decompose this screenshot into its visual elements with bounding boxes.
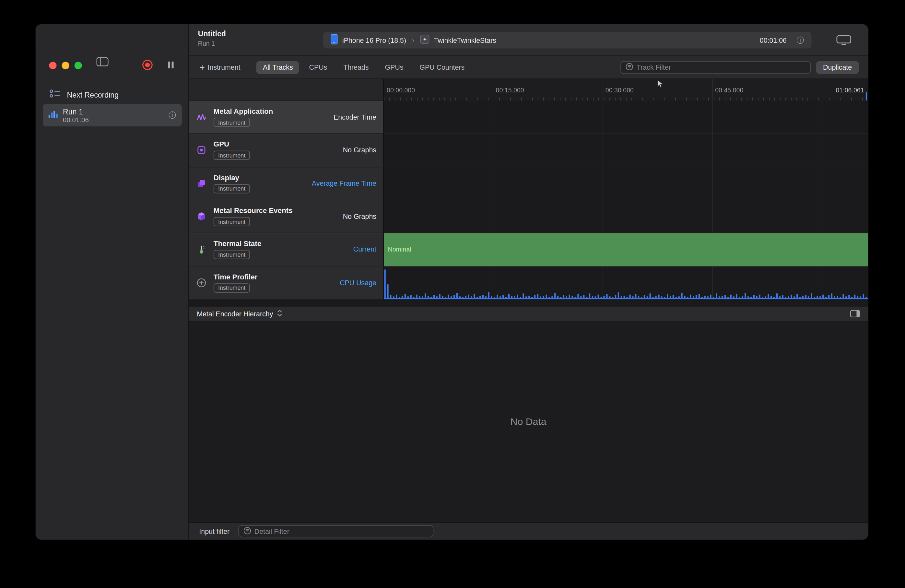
recording-info-icon[interactable]: ⓘ (796, 36, 804, 44)
track-row-time-profiler[interactable]: Time Profiler Instrument CPU Usage (189, 267, 868, 299)
detail-filter-input[interactable] (254, 528, 428, 536)
iphone-device-icon (330, 34, 337, 46)
track-row-metal-application[interactable]: Metal Application Instrument Encoder Tim… (189, 101, 868, 134)
ruler-label-4: 01:06.061 (836, 87, 864, 93)
toolbar: Untitled Run 1 iPhone 16 Pro (18.5) › ✦ … (189, 24, 868, 56)
track-title: Thermal State (214, 240, 261, 248)
document-title: Untitled (198, 30, 226, 38)
track-header[interactable]: Metal Resource Events Instrument No Grap… (189, 200, 384, 234)
filter-icon (243, 526, 251, 536)
tab-cpus[interactable]: CPUs (303, 61, 333, 73)
detail-filter-field[interactable] (238, 525, 433, 537)
ruler-corner (189, 79, 384, 101)
pause-button[interactable] (167, 61, 174, 69)
track-header[interactable]: Display Instrument Average Frame Time (189, 167, 384, 200)
track-row-metal-resource-events[interactable]: Metal Resource Events Instrument No Grap… (189, 200, 868, 234)
gpu-icon (196, 146, 206, 155)
track-filter-input[interactable] (637, 63, 806, 71)
track-row-thermal-state[interactable]: Thermal State Instrument Current Nominal (189, 234, 868, 267)
thermometer-icon (196, 245, 206, 254)
tab-gpus[interactable]: GPUs (379, 61, 410, 73)
track-row-display[interactable]: Display Instrument Average Frame Time (189, 167, 868, 200)
tab-all-tracks[interactable]: All Tracks (256, 61, 299, 73)
track-scope-tabs: All Tracks CPUs Threads GPUs GPU Counter… (256, 61, 471, 73)
next-recording-item[interactable]: Next Recording (49, 89, 119, 100)
next-recording-icon (49, 89, 60, 100)
cube-icon (196, 212, 206, 221)
run-title: Run 1 (63, 107, 89, 116)
toggle-sidebar-icon[interactable] (96, 57, 108, 66)
instrument-badge: Instrument (214, 283, 250, 292)
device-name: iPhone 16 Pro (18.5) (342, 36, 406, 44)
no-data-placeholder: No Data (511, 416, 546, 428)
track-lane-metal-application[interactable] (384, 101, 868, 134)
track-header[interactable]: Thermal State Instrument Current (189, 234, 384, 267)
track-lane-metal-resource-events[interactable] (384, 200, 868, 234)
playhead-marker[interactable] (865, 92, 867, 100)
run-chart-icon (49, 110, 58, 120)
track-lane-display[interactable] (384, 167, 868, 200)
track-row-gpu[interactable]: GPU Instrument No Graphs (189, 134, 868, 167)
run-duration: 00:01:06 (63, 116, 89, 123)
track-value-label[interactable]: No Graphs (343, 213, 376, 221)
ruler-label-2: 00:30.000 (605, 87, 634, 93)
track-title: Display (214, 174, 250, 182)
tab-threads[interactable]: Threads (337, 61, 375, 73)
thermal-state-bar[interactable]: Nominal (384, 234, 868, 266)
track-value-label[interactable]: No Graphs (343, 146, 376, 154)
track-lane-thermal-state[interactable]: Nominal (384, 234, 868, 267)
track-header[interactable]: GPU Instrument No Graphs (189, 134, 384, 167)
instrument-badge: Instrument (214, 151, 250, 160)
instrument-badge: Instrument (214, 184, 250, 193)
track-value-label[interactable]: Current (353, 246, 376, 254)
ruler-label-0: 00:00.000 (387, 87, 415, 93)
add-instrument-button[interactable]: + Instrument (200, 63, 240, 72)
track-title: Metal Resource Events (214, 207, 293, 215)
next-recording-label: Next Recording (67, 91, 119, 99)
track-filter-field[interactable] (621, 61, 811, 73)
plus-icon: + (200, 63, 205, 72)
run-list-item[interactable]: Run 1 00:01:06 ⓘ (43, 104, 182, 126)
track-title: GPU (214, 141, 250, 149)
track-title: Time Profiler (214, 273, 258, 281)
metal-application-icon (196, 113, 206, 122)
track-title: Metal Application (214, 107, 273, 115)
ruler-timeline[interactable]: 00:00.000 00:15.000 00:30.000 00:45.000 … (384, 79, 868, 101)
tracks-footer-strip (189, 299, 868, 306)
display-settings-icon[interactable] (836, 35, 851, 47)
timeline-ruler: 00:00.000 00:15.000 00:30.000 00:45.000 … (189, 79, 868, 101)
sidebar: Next Recording Runs Run 1 00:01:06 ⓘ (36, 24, 189, 540)
track-header[interactable]: Metal Application Instrument Encoder Tim… (189, 101, 384, 134)
main-area: Untitled Run 1 iPhone 16 Pro (18.5) › ✦ … (189, 24, 868, 540)
detail-view-selector[interactable]: Metal Encoder Hierarchy (197, 310, 273, 318)
track-header[interactable]: Time Profiler Instrument CPU Usage (189, 267, 384, 299)
detail-pane-body: No Data (189, 321, 868, 523)
display-track-icon (196, 179, 206, 188)
target-status-bar[interactable]: iPhone 16 Pro (18.5) › ✦ TwinkleTwinkleS… (323, 32, 811, 49)
cpu-usage-lane[interactable] (384, 267, 868, 299)
chevron-up-down-icon[interactable] (277, 308, 282, 319)
duplicate-button[interactable]: Duplicate (816, 61, 859, 73)
tab-gpu-counters[interactable]: GPU Counters (413, 61, 471, 73)
svg-text:✦: ✦ (422, 36, 427, 42)
breadcrumb-separator: › (412, 36, 414, 44)
instrument-badge: Instrument (214, 250, 250, 259)
instruments-window: Next Recording Runs Run 1 00:01:06 ⓘ Unt… (36, 24, 868, 540)
detail-pane-header: Metal Encoder Hierarchy (189, 306, 868, 321)
track-list: Metal Application Instrument Encoder Tim… (189, 101, 868, 300)
track-value-label[interactable]: Average Frame Time (312, 179, 376, 188)
toggle-inspector-icon[interactable] (850, 310, 860, 317)
record-button[interactable] (142, 59, 153, 70)
track-value-label[interactable]: Encoder Time (333, 113, 376, 121)
zoom-window-button[interactable] (75, 62, 82, 69)
minimize-window-button[interactable] (62, 62, 69, 69)
app-name: TwinkleTwinkleStars (434, 36, 496, 44)
add-track-plus-icon[interactable] (196, 278, 206, 287)
track-lane-gpu[interactable] (384, 134, 868, 167)
run-info-icon[interactable]: ⓘ (168, 111, 176, 119)
recording-time: 00:01:06 (760, 36, 787, 44)
track-value-label[interactable]: CPU Usage (340, 279, 376, 287)
close-window-button[interactable] (49, 62, 56, 69)
ruler-tick-marks (384, 98, 868, 100)
add-instrument-label: Instrument (208, 63, 241, 71)
